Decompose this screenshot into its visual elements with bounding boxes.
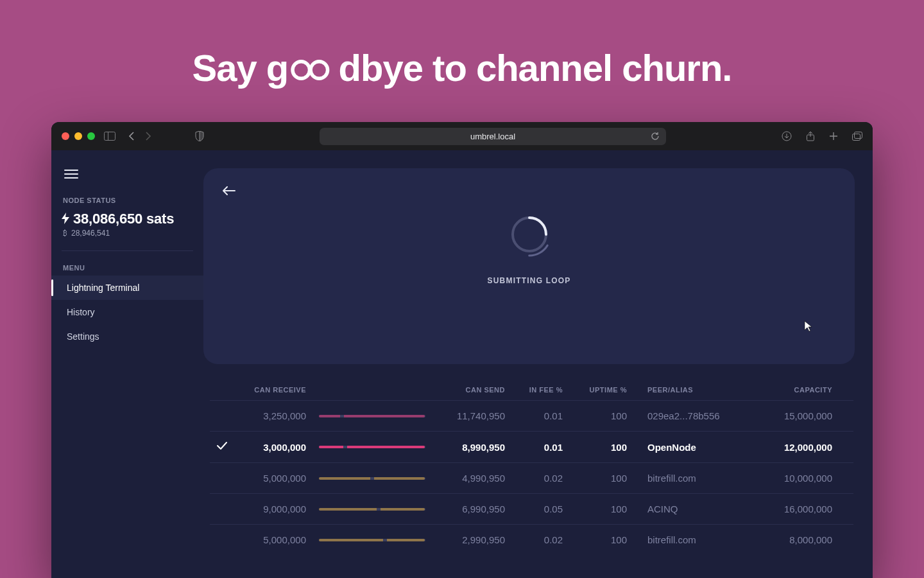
col-in-fee: IN FEE %: [510, 386, 568, 394]
sidebar-item-settings[interactable]: Settings: [51, 324, 203, 349]
sidebar-item-lightning-terminal[interactable]: Lightning Terminal: [51, 276, 203, 300]
balance-bar: [311, 539, 433, 541]
spinner-icon: [506, 211, 553, 258]
table-row[interactable]: 3,250,00011,740,9500.01100029ea2...78b55…: [210, 400, 853, 431]
maximize-window-button[interactable]: [87, 132, 95, 140]
url-text: umbrel.local: [470, 132, 515, 141]
col-uptime: UPTIME %: [568, 386, 632, 394]
can-receive-value: 5,000,000: [234, 534, 311, 545]
uptime-value: 100: [568, 410, 632, 421]
col-capacity: CAPACITY: [754, 386, 837, 394]
can-receive-value: 5,000,000: [234, 473, 311, 484]
bolt-icon: [62, 213, 69, 226]
url-bar[interactable]: umbrel.local: [320, 128, 666, 145]
capacity-value: 16,000,000: [754, 504, 837, 514]
back-button[interactable]: [223, 186, 235, 198]
col-can-receive: CAN RECEIVE: [234, 386, 311, 394]
minimize-window-button[interactable]: [74, 132, 82, 140]
capacity-value: 12,000,000: [754, 442, 837, 453]
can-receive-value: 3,000,000: [234, 442, 311, 453]
loop-status-card: SUBMITTING LOOP: [203, 168, 855, 364]
bitcoin-icon: ₿: [63, 229, 67, 238]
can-send-value: 8,990,950: [433, 442, 510, 453]
menu-section-label: MENU: [51, 260, 203, 276]
can-send-value: 6,990,950: [433, 504, 510, 514]
peer-alias-value: bitrefill.com: [632, 534, 754, 545]
sidebar-item-history[interactable]: History: [51, 300, 203, 324]
svg-point-0: [293, 61, 310, 78]
onchain-balance-value: 28,946,541: [71, 229, 110, 238]
svg-rect-6: [855, 132, 862, 139]
refresh-icon[interactable]: [651, 132, 660, 143]
nav-back-icon[interactable]: [128, 132, 135, 141]
in-fee-value: 0.05: [510, 504, 568, 514]
capacity-value: 10,000,000: [754, 473, 837, 484]
svg-point-1: [311, 61, 328, 78]
balance-bar: [311, 446, 433, 448]
balance-bar: [311, 508, 433, 511]
peer-alias-value: ACINQ: [632, 504, 754, 514]
shield-icon[interactable]: [195, 131, 204, 141]
headline-post: dbye to channel churn.: [339, 47, 732, 89]
lightning-balance: 38,086,650 sats: [51, 208, 203, 229]
share-icon[interactable]: [806, 131, 815, 141]
table-row[interactable]: 9,000,0006,990,9500.05100ACINQ16,000,000: [210, 493, 853, 524]
can-send-value: 2,990,950: [433, 534, 510, 545]
svg-rect-7: [853, 134, 860, 141]
window-controls: [62, 132, 95, 140]
table-row[interactable]: 5,000,0002,990,9500.02100bitrefill.com8,…: [210, 524, 853, 555]
status-text: SUBMITTING LOOP: [488, 276, 571, 285]
table-header: CAN RECEIVE CAN SEND IN FEE % UPTIME % P…: [210, 380, 853, 400]
sidebar-divider: [62, 250, 193, 251]
menu-toggle-icon[interactable]: [51, 150, 203, 193]
downloads-icon[interactable]: [782, 131, 792, 141]
can-receive-value: 9,000,000: [234, 504, 311, 514]
balance-bar: [311, 477, 433, 480]
in-fee-value: 0.01: [510, 442, 568, 453]
col-peer: PEER/ALIAS: [632, 386, 754, 394]
nav-forward-icon[interactable]: [145, 132, 151, 141]
uptime-value: 100: [568, 504, 632, 514]
col-can-send: CAN SEND: [433, 386, 510, 394]
browser-titlebar: umbrel.local: [51, 122, 873, 150]
infinity-icon: [288, 57, 338, 85]
lightning-balance-value: 38,086,650 sats: [73, 211, 174, 227]
marketing-headline: Say g dbye to channel churn.: [0, 0, 924, 115]
table-row[interactable]: 3,000,0008,990,9500.01100OpenNode12,000,…: [210, 431, 853, 462]
uptime-value: 100: [568, 534, 632, 545]
peer-alias-value: OpenNode: [632, 442, 754, 453]
browser-window: umbrel.local: [51, 122, 873, 578]
new-tab-icon[interactable]: [829, 131, 838, 141]
row-check-icon[interactable]: [210, 441, 234, 453]
can-send-value: 11,740,950: [433, 410, 510, 421]
close-window-button[interactable]: [62, 132, 69, 140]
sidebar-toggle-icon[interactable]: [104, 132, 116, 141]
in-fee-value: 0.02: [510, 534, 568, 545]
capacity-value: 8,000,000: [754, 534, 837, 545]
uptime-value: 100: [568, 442, 632, 453]
balance-bar: [311, 415, 433, 417]
uptime-value: 100: [568, 473, 632, 484]
tabs-overview-icon[interactable]: [852, 131, 862, 141]
node-status-label: NODE STATUS: [51, 193, 203, 208]
app-sidebar: NODE STATUS 38,086,650 sats ₿ 28,946,541…: [51, 150, 203, 578]
svg-rect-2: [105, 132, 116, 141]
onchain-balance: ₿ 28,946,541: [51, 229, 203, 248]
can-receive-value: 3,250,000: [234, 410, 311, 421]
peer-alias-value: bitrefill.com: [632, 473, 754, 484]
peer-alias-value: 029ea2...78b556: [632, 410, 754, 421]
in-fee-value: 0.01: [510, 410, 568, 421]
can-send-value: 4,990,950: [433, 473, 510, 484]
table-row[interactable]: 5,000,0004,990,9500.02100bitrefill.com10…: [210, 462, 853, 493]
svg-point-9: [508, 213, 551, 256]
headline-pre: Say g: [193, 47, 289, 89]
in-fee-value: 0.02: [510, 473, 568, 484]
cursor-icon: [804, 320, 813, 335]
capacity-value: 15,000,000: [754, 410, 837, 421]
channels-table: CAN RECEIVE CAN SEND IN FEE % UPTIME % P…: [203, 364, 873, 555]
